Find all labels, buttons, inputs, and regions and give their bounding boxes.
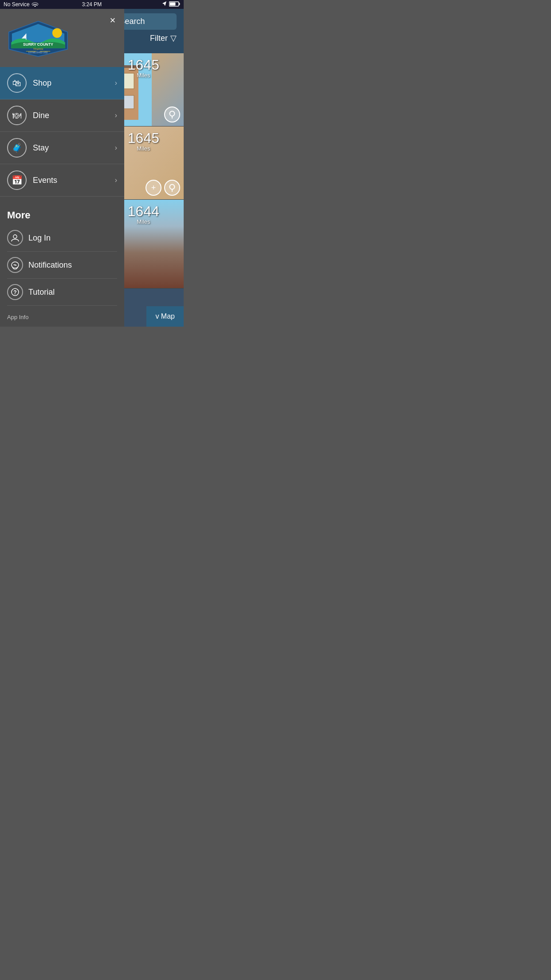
chevron-icon-events: › — [115, 176, 117, 184]
filter-icon: ▽ — [170, 33, 177, 43]
svg-rect-12 — [123, 95, 134, 109]
app-logo: SURRY COUNTY Virginia ESTABLISHED 1652 — [7, 18, 69, 60]
nav-item-shop[interactable]: 🛍 Shop › — [0, 67, 124, 99]
status-bar: No Service 3:24 PM — [0, 0, 184, 9]
nav-list: 🛍 Shop › 🍽 Dine › 🧳 Stay › 📅 Events › — [0, 67, 124, 202]
card-distance-2: 1645 Miles — [128, 131, 159, 152]
app-info[interactable]: App Info — [0, 309, 124, 327]
more-label-notifications: Notifications — [28, 261, 72, 270]
chevron-icon-shop: › — [115, 79, 117, 87]
nav-label-shop: Shop — [33, 79, 115, 88]
more-title: More — [7, 209, 117, 221]
login-icon — [7, 230, 23, 246]
card-distance-1: 1645 Miles — [128, 58, 159, 79]
pin-button-2[interactable] — [164, 180, 180, 196]
svg-point-46 — [13, 235, 17, 238]
map-button[interactable]: v Map — [146, 306, 184, 327]
close-drawer-button[interactable]: × — [105, 12, 121, 28]
nav-label-dine: Dine — [33, 111, 115, 120]
svg-text:SURRY COUNTY: SURRY COUNTY — [23, 42, 53, 47]
carrier-text: No Service — [4, 1, 30, 8]
more-label-login: Log In — [28, 233, 51, 243]
svg-text:Virginia: Virginia — [33, 47, 43, 51]
nav-item-stay[interactable]: 🧳 Stay › — [0, 132, 124, 164]
svg-rect-1 — [179, 3, 180, 5]
nav-item-events[interactable]: 📅 Events › — [0, 164, 124, 197]
location-icon — [162, 1, 167, 8]
wifi-icon — [31, 1, 39, 8]
notifications-icon — [7, 257, 23, 273]
pin-button-1[interactable] — [164, 107, 180, 122]
svg-rect-2 — [170, 2, 176, 5]
nav-item-dine[interactable]: 🍽 Dine › — [0, 99, 124, 132]
more-item-notifications[interactable]: Notifications — [7, 252, 117, 279]
more-item-tutorial[interactable]: ? Tutorial — [7, 279, 117, 306]
nav-item-tours[interactable]: Tours › — [0, 197, 124, 202]
filter-button[interactable]: Filter ▽ — [150, 33, 177, 43]
more-section: More Log In — [0, 202, 124, 309]
more-item-login[interactable]: Log In — [7, 225, 117, 252]
card-distance-3: 1644 Miles — [128, 204, 159, 225]
battery-icon — [169, 1, 180, 8]
chevron-icon-dine: › — [115, 111, 117, 119]
svg-point-16 — [170, 111, 175, 116]
status-right — [162, 1, 180, 8]
svg-text:?: ? — [13, 289, 16, 296]
app-container: Search Filter ▽ — [0, 9, 184, 327]
tutorial-icon: ? — [7, 284, 23, 300]
stay-icon: 🧳 — [7, 138, 27, 158]
add-button-2[interactable]: + — [146, 180, 161, 196]
nav-label-stay: Stay — [33, 143, 115, 153]
svg-text:ESTABLISHED 1652: ESTABLISHED 1652 — [28, 51, 48, 54]
chevron-icon-stay: › — [115, 144, 117, 152]
dine-icon: 🍽 — [7, 106, 27, 125]
svg-point-35 — [52, 28, 62, 38]
svg-point-20 — [170, 185, 175, 190]
status-time: 3:24 PM — [82, 1, 102, 8]
events-icon: 📅 — [7, 170, 27, 190]
nav-label-events: Events — [33, 176, 115, 185]
drawer: SURRY COUNTY Virginia ESTABLISHED 1652 ×… — [0, 9, 124, 327]
shop-icon: 🛍 — [7, 73, 27, 93]
more-label-tutorial: Tutorial — [28, 288, 55, 297]
status-left: No Service — [4, 1, 39, 8]
